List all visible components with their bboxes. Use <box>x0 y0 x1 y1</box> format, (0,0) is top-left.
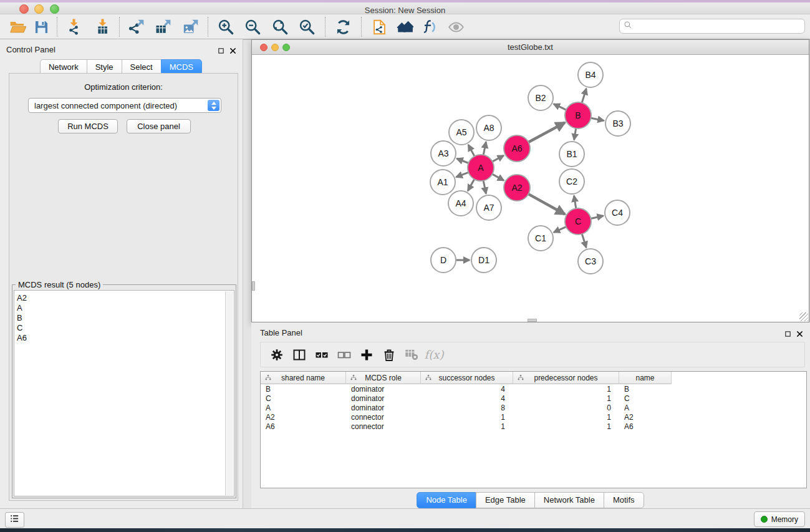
table-cell[interactable]: 1 <box>513 385 619 394</box>
table-cell[interactable]: connector <box>346 413 421 422</box>
tab-node-table[interactable]: Node Table <box>417 492 476 508</box>
graph-edge-A-A7[interactable] <box>483 181 486 194</box>
graph-edge-A-A3[interactable] <box>456 158 468 163</box>
homes-icon[interactable] <box>393 16 416 37</box>
search-box[interactable] <box>619 19 805 34</box>
graph-edge-A2-C[interactable] <box>528 194 565 214</box>
deselect-all-icon[interactable] <box>333 346 355 364</box>
table-cell[interactable]: dominator <box>346 394 421 403</box>
table-cell[interactable]: B <box>261 385 346 394</box>
table-row[interactable]: Bdominator41B <box>261 384 806 394</box>
table-cell[interactable]: 1 <box>421 413 513 422</box>
graph-edge-C-C1[interactable] <box>554 227 566 233</box>
tab-motifs[interactable]: Motifs <box>604 492 644 508</box>
tab-edge-table[interactable]: Edge Table <box>476 492 535 508</box>
graph-edge-A-A1[interactable] <box>456 172 469 177</box>
graph-edge-B-B1[interactable] <box>574 128 576 140</box>
graph-edge-C-C2[interactable] <box>574 196 576 209</box>
table-cell[interactable]: A <box>261 404 346 412</box>
export-network-icon[interactable] <box>125 16 147 37</box>
criterion-select[interactable]: largest connected component (directed) <box>28 98 221 113</box>
table-cell[interactable]: connector <box>346 422 421 431</box>
table-cell[interactable]: dominator <box>346 404 421 412</box>
table-cell[interactable]: 4 <box>421 385 513 394</box>
table-cell[interactable]: C <box>261 394 346 403</box>
zoom-out-icon[interactable] <box>242 16 264 37</box>
column-header-MCDS-role[interactable]: MCDS role <box>346 372 421 384</box>
graph-edge-B-B4[interactable] <box>582 89 586 103</box>
graph-edge-C-C4[interactable] <box>591 216 603 218</box>
table-cell[interactable]: dominator <box>346 385 421 394</box>
graph-edge-B-B2[interactable] <box>554 104 566 110</box>
float-panel-icon[interactable] <box>784 329 791 340</box>
toggle-labels-icon[interactable] <box>419 16 441 37</box>
graph-edge-A6-B[interactable] <box>528 122 564 142</box>
mcds-result-item[interactable]: B <box>14 313 234 323</box>
table-row[interactable]: A6connector11A6 <box>261 422 806 431</box>
close-panel-icon[interactable] <box>229 46 236 57</box>
table-cell[interactable]: 1 <box>513 394 619 403</box>
table-cell[interactable]: 1 <box>421 422 513 431</box>
tab-network-table[interactable]: Network Table <box>534 492 604 508</box>
table-cell[interactable]: 1 <box>513 413 619 422</box>
table-cell[interactable]: 1 <box>513 422 619 431</box>
network-canvas[interactable]: B4B2BB3A5A8A6A3B1AA1C2A2A4A7C4CC1DD1C3 <box>252 55 809 322</box>
mcds-result-list[interactable]: A2ABCA6 <box>14 290 234 496</box>
node-table[interactable]: shared nameMCDS rolesuccessor nodesprede… <box>260 371 807 488</box>
select-all-icon[interactable] <box>311 346 333 364</box>
memory-button[interactable]: Memory <box>754 511 805 527</box>
zoom-fit-icon[interactable] <box>269 16 291 37</box>
graph-edge-A-A8[interactable] <box>483 142 486 155</box>
graph-edge-C-C3[interactable] <box>582 234 586 248</box>
close-panel-icon[interactable] <box>796 329 803 340</box>
delete-column-icon[interactable] <box>378 346 400 364</box>
fx-icon[interactable]: f(x) <box>423 346 445 364</box>
zoom-in-icon[interactable] <box>215 16 237 37</box>
open-session-icon[interactable] <box>6 16 29 37</box>
gear-icon[interactable] <box>266 346 288 364</box>
search-input[interactable] <box>635 22 801 31</box>
network-hscrollbar-thumb[interactable] <box>528 319 537 322</box>
column-header-shared-name[interactable]: shared name <box>261 372 346 384</box>
table-row[interactable]: Adominator80A <box>261 403 806 412</box>
run-mcds-button[interactable]: Run MCDS <box>58 119 118 133</box>
mcds-list-scrollbar[interactable] <box>225 291 233 495</box>
import-table-icon[interactable] <box>91 16 113 37</box>
refresh-icon[interactable] <box>332 16 354 37</box>
import-network-icon[interactable] <box>62 16 85 37</box>
eye-icon[interactable] <box>445 16 467 37</box>
mcds-result-item[interactable]: A2 <box>14 291 234 303</box>
float-panel-icon[interactable] <box>218 46 224 57</box>
mcds-result-item[interactable]: C <box>14 323 234 333</box>
network-resize-grip[interactable] <box>799 312 808 321</box>
export-table-icon[interactable] <box>152 16 175 37</box>
network-vscrollbar-thumb[interactable] <box>252 281 255 291</box>
close-panel-button[interactable]: Close panel <box>127 119 191 133</box>
table-cell[interactable]: A2 <box>261 413 346 422</box>
network-window-titlebar[interactable]: testGlobe.txt <box>252 40 809 55</box>
save-session-icon[interactable] <box>30 16 52 37</box>
graph-edge-B-B3[interactable] <box>591 118 604 120</box>
add-column-icon[interactable] <box>355 346 378 364</box>
table-cell[interactable]: A6 <box>619 422 672 431</box>
mcds-result-item[interactable]: A6 <box>14 333 234 343</box>
table-cell[interactable]: 4 <box>421 394 513 403</box>
delete-table-icon[interactable] <box>400 346 423 364</box>
export-image-icon[interactable] <box>179 16 201 37</box>
table-row[interactable]: Cdominator41C <box>261 394 806 403</box>
task-history-button[interactable] <box>5 512 24 528</box>
table-cell[interactable]: A <box>619 404 672 412</box>
table-cell[interactable]: 8 <box>421 404 513 412</box>
column-header-predecessor-nodes[interactable]: predecessor nodes <box>513 372 619 384</box>
graph-edge-A-A2[interactable] <box>492 174 504 180</box>
table-cell[interactable]: A6 <box>261 422 346 431</box>
table-cell[interactable]: C <box>619 394 672 403</box>
table-cell[interactable]: B <box>619 385 672 394</box>
zoom-selected-icon[interactable] <box>296 16 319 37</box>
table-cell[interactable]: A2 <box>619 413 672 422</box>
network-file-icon[interactable] <box>368 16 390 37</box>
graph-edge-A-A6[interactable] <box>493 155 504 162</box>
column-header-successor-nodes[interactable]: successor nodes <box>421 372 513 384</box>
graph-edge-A-A5[interactable] <box>468 145 475 156</box>
graph-edge-A-A4[interactable] <box>468 179 474 191</box>
